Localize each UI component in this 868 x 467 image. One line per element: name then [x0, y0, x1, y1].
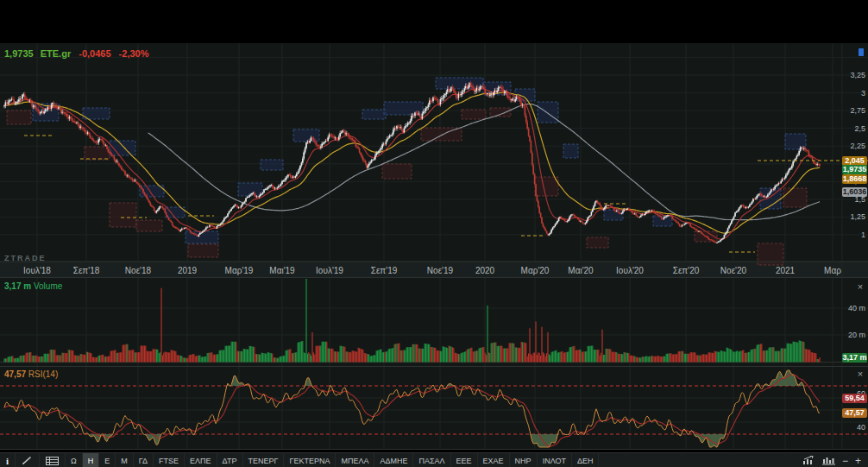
- pencil-icon: [22, 453, 33, 467]
- ticker-tab-ΓΔ[interactable]: ΓΔ: [134, 453, 154, 467]
- volume-axis-tick: 40 m: [840, 304, 868, 312]
- price-badge-gray: 1,6036: [842, 187, 867, 197]
- time-axis-tick[interactable]: Μαρ: [824, 266, 841, 275]
- price-axis-tick: 2,25: [840, 142, 868, 150]
- ticker-tab-Μ[interactable]: Μ: [116, 453, 134, 467]
- time-axis-tick[interactable]: 2021: [776, 266, 795, 275]
- price-badge-orange: 1,8668: [842, 174, 867, 184]
- time-axis-tick[interactable]: Ιουλ'19: [316, 266, 343, 275]
- ticker-tab-FTSE[interactable]: FTSE: [154, 453, 185, 467]
- ticker-tab-ΕΧΑΕ[interactable]: ΕΧΑΕ: [478, 453, 510, 467]
- rsi-badge: 47,57: [842, 408, 867, 418]
- time-axis-tick[interactable]: Νοε'19: [427, 266, 453, 275]
- ticker-tab-ΜΠΕΛΑ[interactable]: ΜΠΕΛΑ: [336, 453, 374, 467]
- zoom-in-button[interactable]: +: [855, 455, 861, 467]
- time-axis-tick[interactable]: Ιουλ'20: [616, 266, 644, 275]
- time-axis-tick[interactable]: Σεπ'18: [73, 266, 100, 275]
- price-axis-tick: 3,25: [840, 71, 868, 79]
- ticker-tab-ΝΗΡ[interactable]: ΝΗΡ: [510, 453, 538, 467]
- volume-axis-tick: 20 m: [840, 331, 868, 339]
- time-axis-tick[interactable]: Νοε'18: [125, 266, 151, 275]
- draw-tool-button[interactable]: [16, 453, 40, 467]
- ticker-tab-ΔΤΡ[interactable]: ΔΤΡ: [217, 453, 243, 467]
- price-axis-tick: 1,25: [840, 212, 868, 221]
- time-axis-tick[interactable]: Μαρ'19: [225, 266, 254, 275]
- watchlist-button[interactable]: [40, 453, 66, 467]
- price-axis-tick: 1: [840, 230, 868, 239]
- volume-pane-close-icon[interactable]: ×: [854, 282, 866, 293]
- price-axis-tick: 2,5: [840, 124, 868, 133]
- rsi-axis-tick: 40: [840, 423, 867, 432]
- watchlist-grid-icon: [46, 453, 59, 467]
- trend-chart-icon[interactable]: [802, 453, 815, 467]
- ticker-tab-ΑΔΜΗΕ[interactable]: ΑΔΜΗΕ: [374, 453, 413, 467]
- time-axis-tick[interactable]: Μαι'20: [568, 266, 593, 275]
- trading-app-window: 1,9735 ETE.gr -0,0465 -2,30% ZTRADE 3,17…: [0, 0, 868, 467]
- ticker-tab-ΙΝΛΟΤ[interactable]: ΙΝΛΟΤ: [538, 453, 572, 467]
- rsi-pane-close-icon[interactable]: ×: [854, 369, 866, 380]
- volume-badge: 3,17 m: [842, 353, 867, 363]
- price-badge-green: 1,9735: [842, 165, 867, 174]
- ticker-tab-Ω[interactable]: Ω: [66, 453, 83, 467]
- rsi-badge: 59,54: [842, 394, 867, 403]
- time-axis-tick[interactable]: 2020: [475, 266, 494, 275]
- ticker-tab-Ε[interactable]: Ε: [99, 453, 116, 467]
- panel-indicator: [859, 48, 864, 56]
- time-axis-tick[interactable]: Σεπ'19: [371, 266, 398, 275]
- time-axis-tick[interactable]: Νοε'20: [720, 266, 746, 275]
- time-axis-tick[interactable]: Μαι'19: [269, 266, 294, 275]
- price-axis-tick: 3: [840, 89, 868, 98]
- bar-chart-icon[interactable]: [822, 453, 835, 467]
- chart-canvas[interactable]: [0, 0, 868, 467]
- ticker-tab-ΕΛΠΕ[interactable]: ΕΛΠΕ: [185, 453, 217, 467]
- time-axis-tick[interactable]: Ιουλ'18: [23, 266, 51, 275]
- price-badge-orange: 2,045: [842, 156, 867, 166]
- time-axis-tick[interactable]: Σεπ'20: [673, 266, 700, 275]
- price-axis-tick: 2,75: [840, 106, 868, 115]
- time-axis-tick[interactable]: 2019: [178, 266, 197, 275]
- ticker-tab-ΕΕΕ[interactable]: ΕΕΕ: [451, 453, 478, 467]
- ticker-tab-ΔΕΗ[interactable]: ΔΕΗ: [572, 453, 600, 467]
- ticker-tab-ΠΑΣΑΛ[interactable]: ΠΑΣΑΛ: [413, 453, 450, 467]
- ticker-tab-Η[interactable]: Η: [83, 453, 100, 467]
- ticker-tab-ΓΕΚΤΕΡΝΑ[interactable]: ΓΕΚΤΕΡΝΑ: [284, 453, 336, 467]
- zoom-out-button[interactable]: −: [842, 455, 848, 467]
- info-button[interactable]: i: [0, 453, 16, 467]
- time-axis-tick[interactable]: Μαρ'20: [521, 266, 550, 275]
- ticker-tab-ΤΕΝΕΡΓ[interactable]: ΤΕΝΕΡΓ: [243, 453, 285, 467]
- bottom-toolbar: i ΩΗΕΜΓΔFTSEΕΛΠΕΔΤΡΤΕΝΕΡΓΓΕΚΤΕΡΝΑΜΠΕΛΑΑΔ…: [0, 452, 868, 467]
